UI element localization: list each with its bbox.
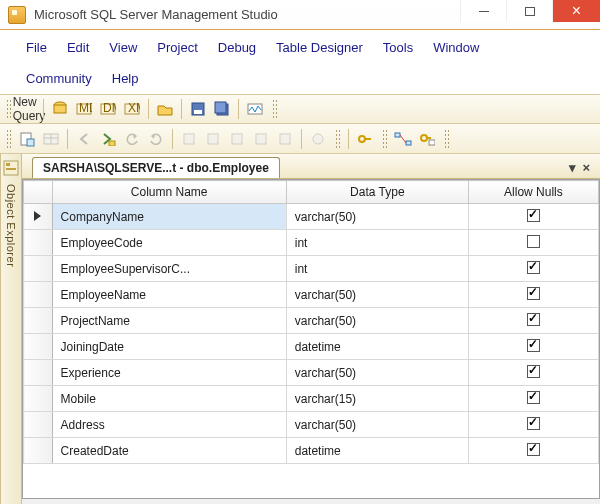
- toolbar-grip[interactable]: [272, 99, 278, 119]
- table-icon[interactable]: [40, 128, 62, 150]
- nav-back-icon[interactable]: [73, 128, 95, 150]
- save-icon[interactable]: [187, 98, 209, 120]
- allow-nulls-checkbox[interactable]: [527, 261, 540, 274]
- row-selector[interactable]: [24, 282, 53, 308]
- allow-nulls-checkbox[interactable]: [527, 339, 540, 352]
- menu-table-designer[interactable]: Table Designer: [266, 36, 373, 59]
- table-row[interactable]: Addressvarchar(50): [24, 412, 599, 438]
- relationships-icon[interactable]: [392, 128, 414, 150]
- cell-allow-nulls[interactable]: [468, 204, 598, 230]
- cell-data-type[interactable]: varchar(15): [286, 386, 468, 412]
- row-selector[interactable]: [24, 412, 53, 438]
- header-allow-nulls[interactable]: Allow Nulls: [468, 181, 598, 204]
- cell-allow-nulls[interactable]: [468, 438, 598, 464]
- cell-data-type[interactable]: varchar(50): [286, 412, 468, 438]
- cell-data-type[interactable]: varchar(50): [286, 282, 468, 308]
- cell-column-name[interactable]: CompanyName: [52, 204, 286, 230]
- menu-edit[interactable]: Edit: [57, 36, 99, 59]
- cell-column-name[interactable]: EmployeeName: [52, 282, 286, 308]
- cell-data-type[interactable]: varchar(50): [286, 204, 468, 230]
- table-row[interactable]: EmployeeNamevarchar(50): [24, 282, 599, 308]
- cell-column-name[interactable]: CreatedDate: [52, 438, 286, 464]
- allow-nulls-checkbox[interactable]: [527, 391, 540, 404]
- allow-nulls-checkbox[interactable]: [527, 287, 540, 300]
- cell-allow-nulls[interactable]: [468, 282, 598, 308]
- xmla-query-icon[interactable]: XM: [121, 98, 143, 120]
- minimize-button[interactable]: [460, 0, 506, 22]
- cell-column-name[interactable]: Address: [52, 412, 286, 438]
- document-tab[interactable]: SARSHA\SQLSERVE...t - dbo.Employee: [32, 157, 280, 178]
- tool-icon[interactable]: [307, 128, 329, 150]
- row-selector[interactable]: [24, 438, 53, 464]
- table-row[interactable]: CreatedDatedatetime: [24, 438, 599, 464]
- allow-nulls-checkbox[interactable]: [527, 209, 540, 222]
- cell-allow-nulls[interactable]: [468, 334, 598, 360]
- tool-icon[interactable]: [178, 128, 200, 150]
- set-primary-key-icon[interactable]: [354, 128, 376, 150]
- row-selector[interactable]: [24, 308, 53, 334]
- cell-column-name[interactable]: ProjectName: [52, 308, 286, 334]
- cell-allow-nulls[interactable]: [468, 308, 598, 334]
- header-data-type[interactable]: Data Type: [286, 181, 468, 204]
- tool-icon[interactable]: [274, 128, 296, 150]
- row-selector[interactable]: [24, 256, 53, 282]
- table-row[interactable]: ProjectNamevarchar(50): [24, 308, 599, 334]
- new-query-button[interactable]: New Query: [16, 98, 38, 120]
- cell-column-name[interactable]: JoiningDate: [52, 334, 286, 360]
- mdx-query-icon[interactable]: MDX: [73, 98, 95, 120]
- cell-data-type[interactable]: varchar(50): [286, 360, 468, 386]
- toolbar-grip[interactable]: [6, 129, 12, 149]
- cell-column-name[interactable]: EmployeeSupervisorC...: [52, 256, 286, 282]
- tool-icon[interactable]: [250, 128, 272, 150]
- header-column-name[interactable]: Column Name: [52, 181, 286, 204]
- table-row[interactable]: JoiningDatedatetime: [24, 334, 599, 360]
- allow-nulls-checkbox[interactable]: [527, 417, 540, 430]
- cell-data-type[interactable]: int: [286, 230, 468, 256]
- cell-column-name[interactable]: EmployeeCode: [52, 230, 286, 256]
- row-selector[interactable]: [24, 204, 53, 230]
- cell-allow-nulls[interactable]: [468, 230, 598, 256]
- menu-project[interactable]: Project: [147, 36, 207, 59]
- cell-data-type[interactable]: varchar(50): [286, 308, 468, 334]
- menu-window[interactable]: Window: [423, 36, 489, 59]
- nav-forward-icon[interactable]: [97, 128, 119, 150]
- cell-allow-nulls[interactable]: [468, 256, 598, 282]
- menu-view[interactable]: View: [99, 36, 147, 59]
- menu-tools[interactable]: Tools: [373, 36, 423, 59]
- toolbar-grip[interactable]: [335, 129, 341, 149]
- tab-close-icon[interactable]: ×: [582, 160, 590, 175]
- row-selector[interactable]: [24, 334, 53, 360]
- cell-data-type[interactable]: datetime: [286, 438, 468, 464]
- table-designer-grid[interactable]: Column Name Data Type Allow Nulls Compan…: [22, 179, 600, 499]
- menu-file[interactable]: File: [16, 36, 57, 59]
- allow-nulls-checkbox[interactable]: [527, 443, 540, 456]
- cell-allow-nulls[interactable]: [468, 412, 598, 438]
- cell-data-type[interactable]: int: [286, 256, 468, 282]
- activity-monitor-icon[interactable]: [244, 98, 266, 120]
- cell-allow-nulls[interactable]: [468, 360, 598, 386]
- undo-icon[interactable]: [121, 128, 143, 150]
- table-row[interactable]: EmployeeCodeint: [24, 230, 599, 256]
- close-button[interactable]: ×: [552, 0, 600, 22]
- database-engine-query-icon[interactable]: [49, 98, 71, 120]
- toolbar-grip[interactable]: [382, 129, 388, 149]
- toolbar-grip[interactable]: [444, 129, 450, 149]
- table-row[interactable]: Mobilevarchar(15): [24, 386, 599, 412]
- table-row[interactable]: Experiencevarchar(50): [24, 360, 599, 386]
- menu-debug[interactable]: Debug: [208, 36, 266, 59]
- menu-help[interactable]: Help: [102, 67, 149, 90]
- tool-icon[interactable]: [202, 128, 224, 150]
- dmx-query-icon[interactable]: DMX: [97, 98, 119, 120]
- open-file-icon[interactable]: [154, 98, 176, 120]
- tool-icon[interactable]: [226, 128, 248, 150]
- allow-nulls-checkbox[interactable]: [527, 235, 540, 248]
- toolbar-grip[interactable]: [6, 99, 12, 119]
- row-selector[interactable]: [24, 230, 53, 256]
- cell-allow-nulls[interactable]: [468, 386, 598, 412]
- redo-icon[interactable]: [145, 128, 167, 150]
- save-all-icon[interactable]: [211, 98, 233, 120]
- row-selector[interactable]: [24, 360, 53, 386]
- menu-community[interactable]: Community: [16, 67, 102, 90]
- object-explorer-panel[interactable]: Object Explorer: [0, 154, 22, 504]
- manage-indexes-icon[interactable]: [416, 128, 438, 150]
